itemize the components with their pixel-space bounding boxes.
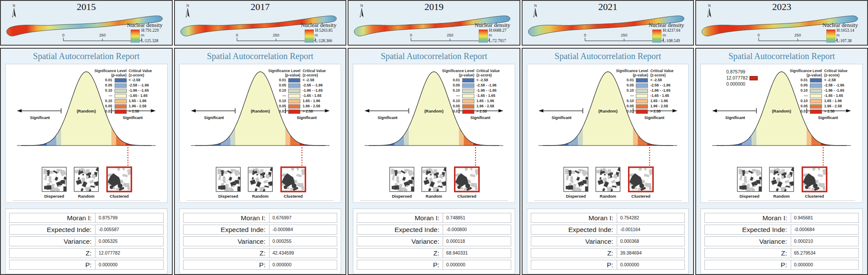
legend-p-value: ---	[90, 94, 112, 98]
legend-z-range: -1.96 - -1.65	[477, 89, 512, 93]
pattern-dispersed-image	[737, 167, 763, 194]
density-gradient-bar	[652, 30, 661, 43]
density-gradient-bar	[479, 30, 488, 43]
legend-swatch	[462, 94, 474, 98]
legend-z-range: -1.65 - 1.65	[129, 94, 164, 98]
stat-row: P:0.000000	[531, 260, 685, 270]
north-label: N	[184, 4, 191, 8]
stat-label: Expected Inde:	[357, 225, 443, 235]
stat-label: Z:	[183, 248, 270, 258]
legend-p-value: 0.05	[263, 104, 286, 109]
significance-legend-title: Significance Level	[611, 69, 648, 73]
density-high-value: H:1653.14	[837, 28, 854, 33]
pattern-label: Clustered	[805, 194, 824, 199]
legend-p-value: 0.01	[90, 109, 112, 114]
legend-p-value: 0.10	[90, 99, 112, 103]
curve-zone	[578, 127, 583, 146]
pattern-clustered-image	[629, 167, 654, 192]
stat-label: Expected Inde:	[531, 225, 617, 235]
density-map: 2017 N 0 250 500 m Nucle	[174, 0, 347, 46]
curve-zone	[752, 127, 757, 146]
legend-swatch	[288, 99, 300, 103]
curve-zone	[459, 126, 464, 146]
svg-text:250: 250	[99, 33, 105, 37]
stat-value: 65.279534	[791, 248, 859, 258]
north-label: N	[532, 4, 539, 8]
pattern-dispersed-image	[564, 167, 589, 194]
legend-swatch	[288, 89, 300, 93]
pattern-clustered-image	[281, 167, 306, 192]
legend-z-range: < -2.58	[650, 78, 686, 83]
year-panel: 2021 N 0 250 500 m Nucle	[522, 0, 694, 275]
curve-zone	[56, 127, 61, 146]
legend-z-range: -2.58 - -1.96	[129, 83, 164, 88]
legend-p-value: 0.05	[263, 83, 286, 88]
legend-swatch	[810, 104, 822, 109]
legend-z-range: > 2.58	[650, 109, 686, 114]
left-arrow-icon	[191, 109, 196, 113]
density-low-value: L:128.366	[315, 39, 332, 43]
curve-zone	[285, 126, 290, 146]
legend-p-value: 0.05	[437, 83, 460, 88]
legend-z-range: > 2.58	[302, 109, 338, 114]
stat-label: Moran I:	[357, 213, 443, 223]
legend-z-range: -2.58 - -1.96	[824, 83, 860, 88]
significant-right-label: Significant	[644, 116, 664, 120]
legend-z-range: > 2.58	[129, 109, 164, 114]
pattern-clustered-image	[802, 167, 828, 192]
stat-row: P:0.000000	[183, 260, 338, 270]
pattern-label: Clustered	[110, 194, 129, 199]
stat-row: Expected Inde:-0.001164	[531, 225, 685, 235]
stat-label: Moran I:	[9, 213, 95, 223]
stat-value: 39.384694	[617, 248, 685, 258]
legend-swatch	[115, 83, 127, 88]
legend-z-range: -1.96 - -1.65	[129, 89, 164, 93]
left-arrow-icon	[365, 109, 369, 113]
legend-swatch	[810, 89, 822, 93]
stat-row: Expected Inde:-0.005587	[9, 225, 164, 235]
legend-p-value: 0.01	[263, 109, 286, 114]
legend-p-value: 0.10	[611, 89, 634, 93]
stat-row: Moran I:0.945681	[704, 213, 859, 223]
left-arrow-icon	[712, 109, 717, 113]
legend-z-range: -1.96 - -1.65	[824, 89, 860, 93]
legend-z-range: 1.96 - 2.58	[129, 104, 164, 109]
significance-legend-subtitle: (p-value)	[263, 73, 300, 77]
stat-label: Expected Inde:	[183, 225, 270, 235]
legend-z-range: -1.65 - 1.65	[302, 94, 338, 98]
legend-swatch	[462, 83, 474, 88]
legend-p-value: 0.05	[785, 104, 808, 109]
stat-row: Moran I:0.676997	[183, 213, 338, 223]
svg-text:0: 0	[410, 33, 412, 37]
pattern-clustered-image	[107, 167, 133, 192]
legend-p-value: 0.05	[90, 83, 112, 88]
density-legend-title: Nuclear density	[294, 22, 343, 29]
legend-swatch	[462, 104, 474, 109]
density-high-value: H:5263.85	[315, 28, 332, 33]
stat-value: -0.000684	[791, 225, 859, 235]
stat-value: 0.000000	[791, 260, 859, 270]
pattern-label: Dispersed	[392, 194, 412, 199]
legend-swatch	[462, 78, 474, 83]
stats-table: Moran I:0.875799Expected Inde:-0.005587V…	[5, 209, 168, 274]
legend-z-range: 1.96 - 2.58	[477, 104, 512, 109]
legend-swatch	[288, 109, 300, 114]
svg-text:250: 250	[447, 33, 453, 37]
legend-swatch	[115, 104, 127, 109]
pattern-random-image	[422, 167, 448, 193]
autocorrelation-report: Spatial Autocorrelation Report Significa…	[0, 48, 173, 275]
density-gradient-bar	[131, 30, 140, 43]
stat-value: 12.077782	[95, 248, 163, 258]
report-chart-card: SignificantSignificant(Random)DispersedR…	[5, 64, 168, 203]
legend-swatch	[288, 104, 300, 109]
svg-text:0: 0	[584, 33, 586, 37]
stat-value: 0.000000	[95, 260, 163, 270]
significance-legend: Significance Level (p-value) Critical Va…	[263, 69, 338, 114]
stat-value: -0.005587	[95, 225, 163, 235]
stat-label: P:	[531, 260, 617, 270]
legend-p-value: 0.10	[785, 89, 808, 93]
density-low-value: L:125.328	[141, 39, 158, 43]
density-high-value: H:791.229	[141, 28, 158, 33]
density-legend: Nuclear density	[642, 22, 690, 43]
pattern-dispersed-image	[42, 167, 68, 194]
